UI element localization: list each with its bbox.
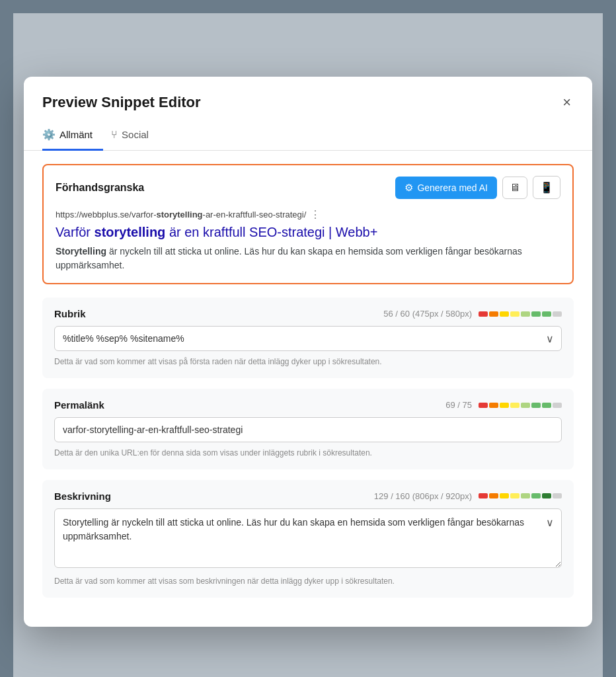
beskrivning-textarea-wrapper: Storytelling är nyckeln till att sticka … bbox=[54, 508, 562, 576]
progress-seg-1 bbox=[479, 493, 488, 498]
preview-section: Förhandsgranska ⚙ Generera med AI 🖥 📱 bbox=[42, 164, 574, 284]
beskrivning-textarea[interactable]: Storytelling är nyckeln till att sticka … bbox=[54, 508, 562, 568]
progress-seg-8 bbox=[553, 311, 562, 317]
modal-title: Preview Snippet Editor bbox=[42, 94, 201, 111]
desktop-device-button[interactable]: 🖥 bbox=[502, 177, 527, 199]
serp-url: https://webbplus.se/varfor-storytelling-… bbox=[56, 208, 560, 221]
ai-button-label: Generera med AI bbox=[417, 182, 488, 193]
ai-icon: ⚙ bbox=[404, 182, 413, 194]
tab-social-label: Social bbox=[122, 129, 149, 140]
gear-icon: ⚙️ bbox=[42, 128, 56, 141]
tab-bar: ⚙️ Allmänt ⑂ Social bbox=[24, 112, 592, 151]
modal-overlay: Preview Snippet Editor × ⚙️ Allmänt ⑂ So… bbox=[13, 13, 603, 677]
beskrivning-label: Beskrivning bbox=[54, 491, 111, 502]
serp-title: Varför storytelling är en kraftfull SEO-… bbox=[56, 223, 560, 241]
rubrik-input[interactable] bbox=[54, 326, 562, 351]
beskrivning-section: Beskrivning 129 / 160 (806px / 920px) bbox=[42, 480, 574, 598]
progress-seg-8 bbox=[553, 403, 562, 408]
mobile-device-button[interactable]: 📱 bbox=[533, 176, 560, 199]
desktop-icon: 🖥 bbox=[510, 182, 520, 193]
modal-body: Förhandsgranska ⚙ Generera med AI 🖥 📱 bbox=[24, 151, 592, 626]
progress-seg-3 bbox=[500, 403, 509, 408]
progress-seg-6 bbox=[531, 311, 541, 317]
permalank-section: Permalänk 69 / 75 bbox=[42, 389, 574, 469]
close-button[interactable]: × bbox=[560, 93, 574, 112]
progress-seg-4 bbox=[510, 493, 520, 498]
permalank-progress-bar bbox=[479, 403, 562, 408]
mobile-icon: 📱 bbox=[540, 182, 553, 193]
progress-seg-4 bbox=[510, 311, 520, 317]
permalank-input[interactable] bbox=[54, 417, 562, 442]
rubrik-input-wrapper: ∨ bbox=[54, 326, 562, 351]
progress-seg-6 bbox=[531, 493, 541, 498]
beskrivning-header: Beskrivning 129 / 160 (806px / 920px) bbox=[54, 491, 562, 502]
progress-seg-3 bbox=[500, 311, 509, 317]
progress-seg-5 bbox=[521, 311, 530, 317]
serp-menu-icon[interactable]: ⋮ bbox=[310, 208, 321, 221]
tab-general-label: Allmänt bbox=[59, 129, 93, 140]
permalank-count: 69 / 75 bbox=[445, 400, 472, 410]
progress-seg-7 bbox=[542, 403, 551, 408]
progress-seg-6 bbox=[531, 403, 541, 408]
rubrik-progress-bar bbox=[479, 311, 562, 317]
tab-general[interactable]: ⚙️ Allmänt bbox=[42, 123, 103, 151]
progress-seg-2 bbox=[489, 493, 498, 498]
progress-seg-7 bbox=[542, 493, 551, 498]
progress-seg-7 bbox=[542, 311, 551, 317]
progress-seg-2 bbox=[489, 311, 498, 317]
progress-seg-1 bbox=[479, 311, 488, 317]
preview-label: Förhandsgranska bbox=[56, 182, 144, 194]
serp-url-text: https://webbplus.se/varfor-storytelling-… bbox=[56, 210, 306, 219]
progress-seg-5 bbox=[521, 493, 530, 498]
permalank-label: Permalänk bbox=[54, 399, 104, 411]
progress-seg-4 bbox=[510, 403, 520, 408]
progress-seg-8 bbox=[553, 493, 562, 498]
serp-preview: https://webbplus.se/varfor-storytelling-… bbox=[56, 208, 560, 272]
serp-description: Storytelling är nyckeln till att sticka … bbox=[56, 245, 560, 272]
preview-header: Förhandsgranska ⚙ Generera med AI 🖥 📱 bbox=[56, 176, 560, 199]
modal-header: Preview Snippet Editor × bbox=[24, 77, 592, 112]
progress-seg-1 bbox=[479, 403, 488, 408]
rubrik-hint: Detta är vad som kommer att visas på för… bbox=[54, 356, 562, 368]
permalank-meta: 69 / 75 bbox=[445, 400, 562, 410]
progress-seg-5 bbox=[521, 403, 530, 408]
rubrik-label: Rubrik bbox=[54, 308, 86, 319]
beskrivning-hint: Detta är vad som kommer att visas som be… bbox=[54, 576, 562, 587]
social-icon: ⑂ bbox=[111, 129, 118, 141]
permalank-input-wrapper bbox=[54, 417, 562, 442]
tab-social[interactable]: ⑂ Social bbox=[111, 123, 159, 151]
preview-snippet-editor-modal: Preview Snippet Editor × ⚙️ Allmänt ⑂ So… bbox=[24, 77, 592, 626]
permalank-header: Permalänk 69 / 75 bbox=[54, 399, 562, 411]
generate-ai-button[interactable]: ⚙ Generera med AI bbox=[395, 177, 497, 199]
beskrivning-progress-bar bbox=[479, 493, 562, 498]
beskrivning-count: 129 / 160 (806px / 920px) bbox=[374, 491, 472, 501]
beskrivning-meta: 129 / 160 (806px / 920px) bbox=[374, 491, 562, 501]
progress-seg-2 bbox=[489, 403, 498, 408]
rubrik-section: Rubrik 56 / 60 (475px / 580px) bbox=[42, 298, 574, 378]
preview-actions: ⚙ Generera med AI 🖥 📱 bbox=[395, 176, 560, 199]
progress-seg-3 bbox=[500, 493, 509, 498]
rubrik-meta: 56 / 60 (475px / 580px) bbox=[383, 309, 562, 319]
rubrik-header: Rubrik 56 / 60 (475px / 580px) bbox=[54, 308, 562, 319]
permalank-hint: Detta är den unika URL:en för denna sida… bbox=[54, 448, 562, 459]
rubrik-count: 56 / 60 (475px / 580px) bbox=[383, 309, 472, 319]
